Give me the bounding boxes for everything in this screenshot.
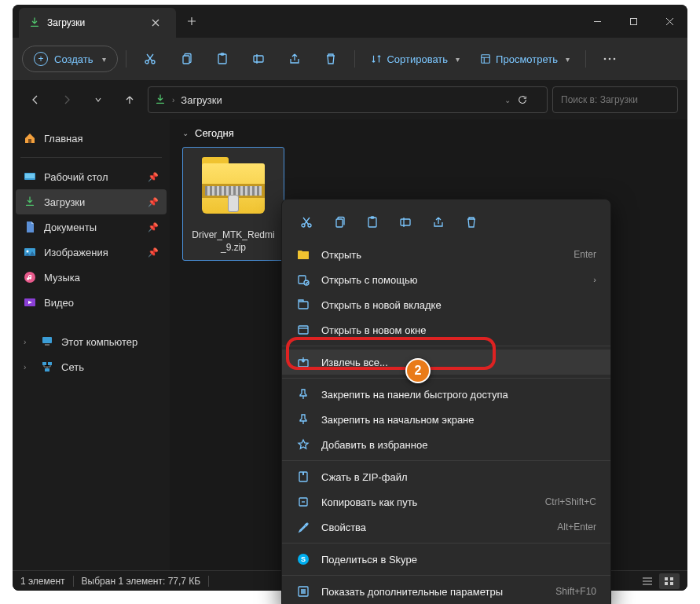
pin-icon <box>296 387 310 401</box>
computer-icon <box>41 335 53 348</box>
svg-rect-12 <box>25 174 35 178</box>
ctx-paste-button[interactable] <box>357 209 387 236</box>
video-icon <box>24 296 36 309</box>
cut-button[interactable] <box>134 46 166 72</box>
extract-icon <box>296 355 310 369</box>
forward-button[interactable] <box>53 86 80 113</box>
search-input[interactable] <box>552 86 678 113</box>
ctx-extract-all[interactable]: Извлечь все... <box>282 350 610 375</box>
ctx-open[interactable]: Открыть Enter <box>282 242 610 267</box>
svg-rect-3 <box>183 56 189 64</box>
document-icon <box>24 221 36 233</box>
ctx-pin-quickaccess[interactable]: Закрепить на панели быстрого доступа <box>282 382 610 407</box>
ctx-label: Свойства <box>321 522 366 533</box>
breadcrumb-current[interactable]: Загрузки <box>181 94 222 106</box>
ctx-shortcut: Alt+Enter <box>557 522 596 533</box>
ctx-label: Показать дополнительные параметры <box>321 586 503 598</box>
recent-dropdown[interactable] <box>85 86 112 113</box>
annotation-badge: 2 <box>405 358 431 383</box>
paste-button[interactable] <box>207 46 238 72</box>
svg-rect-7 <box>482 55 490 64</box>
ctx-label: Открыть в новом окне <box>321 324 426 336</box>
zip-folder-icon <box>198 154 269 225</box>
sidebar-item-home[interactable]: Главная <box>16 126 167 151</box>
svg-rect-18 <box>45 344 49 346</box>
ctx-add-favorite[interactable]: Добавить в избранное <box>282 432 610 457</box>
ctx-show-more[interactable]: Показать дополнительные параметры Shift+… <box>282 579 610 604</box>
sidebar-item-network[interactable]: › Сеть <box>16 354 167 379</box>
file-item-zip[interactable]: Driver_MTK_Redmi_9.zip <box>182 147 284 261</box>
sidebar-label: Документы <box>44 221 97 233</box>
view-button[interactable]: Просмотреть ▾ <box>472 46 577 72</box>
more-button[interactable] <box>594 46 625 72</box>
chevron-right-icon[interactable]: › <box>24 363 33 372</box>
svg-point-9 <box>609 58 611 60</box>
sort-button[interactable]: Сортировать ▾ <box>363 46 467 72</box>
path-icon <box>296 495 310 509</box>
up-button[interactable] <box>116 86 143 113</box>
tab-downloads[interactable]: Загрузки <box>19 8 176 38</box>
delete-button[interactable] <box>315 46 346 72</box>
download-icon <box>24 196 36 208</box>
pin-icon: 📌 <box>148 197 159 207</box>
tab-close-button[interactable] <box>145 12 167 34</box>
desktop-icon <box>24 170 36 183</box>
rename-button[interactable] <box>243 46 274 72</box>
tab-title: Загрузки <box>47 17 85 28</box>
ctx-compress-zip[interactable]: Сжать в ZIP-файл <box>282 464 610 489</box>
sidebar-item-music[interactable]: Музыка <box>16 265 167 290</box>
pin-icon <box>296 412 310 426</box>
sidebar-item-desktop[interactable]: Рабочий стол 📌 <box>16 164 167 189</box>
back-button[interactable] <box>22 86 49 113</box>
ctx-open-new-tab[interactable]: Открыть в новой вкладке <box>282 292 610 317</box>
group-header-today[interactable]: ⌄ Сегодня <box>182 127 675 139</box>
ctx-open-new-window[interactable]: Открыть в новом окне <box>282 317 610 342</box>
details-view-button[interactable] <box>637 573 658 589</box>
share-button[interactable] <box>279 46 310 72</box>
chevron-right-icon: › <box>593 275 596 284</box>
music-icon <box>24 271 36 284</box>
new-tab-button[interactable] <box>176 5 207 38</box>
ctx-copy-button[interactable] <box>324 209 354 236</box>
new-label: Создать <box>54 53 93 65</box>
ctx-open-with[interactable]: Открыть с помощью › <box>282 267 610 292</box>
chevron-right-icon[interactable]: › <box>24 338 33 346</box>
svg-point-14 <box>27 251 29 253</box>
minimize-button[interactable] <box>579 5 615 38</box>
svg-rect-23 <box>670 577 673 580</box>
thumbnails-view-button[interactable] <box>659 573 680 589</box>
refresh-button[interactable] <box>517 94 541 105</box>
ctx-rename-button[interactable] <box>390 209 420 236</box>
sidebar-item-videos[interactable]: Видео <box>16 290 167 315</box>
ctx-label: Открыть <box>321 249 361 261</box>
ctx-properties[interactable]: Свойства Alt+Enter <box>282 514 610 540</box>
ctx-label: Извлечь все... <box>321 357 388 368</box>
more-options-icon <box>296 584 310 599</box>
ctx-share-button[interactable] <box>423 209 453 236</box>
folder-icon <box>296 247 310 262</box>
ctx-copy-path[interactable]: Копировать как путь Ctrl+Shift+C <box>282 489 610 514</box>
ctx-cut-button[interactable] <box>291 209 321 236</box>
svg-point-8 <box>604 58 607 60</box>
chevron-down-icon[interactable]: ⌄ <box>504 96 511 104</box>
svg-rect-4 <box>218 54 226 64</box>
ctx-pin-start[interactable]: Закрепить на начальном экране <box>282 407 610 432</box>
new-button[interactable]: + Создать ▾ <box>22 46 118 72</box>
open-with-icon <box>296 273 310 287</box>
ctx-delete-button[interactable] <box>456 209 486 236</box>
svg-rect-35 <box>299 326 308 334</box>
file-name: Driver_MTK_Redmi_9.zip <box>189 229 277 254</box>
ctx-label: Копировать как путь <box>321 496 417 508</box>
close-button[interactable] <box>651 5 687 38</box>
ctx-share-skype[interactable]: S Поделиться в Skype <box>282 547 610 572</box>
copy-button[interactable] <box>170 46 202 72</box>
sidebar-item-downloads[interactable]: Загрузки 📌 <box>16 189 167 214</box>
sidebar-item-documents[interactable]: Документы 📌 <box>16 214 167 240</box>
svg-rect-25 <box>670 582 673 585</box>
maximize-button[interactable] <box>615 5 651 38</box>
pin-icon: 📌 <box>148 172 159 182</box>
sidebar-item-pictures[interactable]: Изображения 📌 <box>16 240 167 265</box>
sidebar-item-this-pc[interactable]: › Этот компьютер <box>16 329 167 354</box>
pin-icon: 📌 <box>148 222 159 232</box>
breadcrumb[interactable]: › Загрузки ⌄ <box>148 86 548 113</box>
